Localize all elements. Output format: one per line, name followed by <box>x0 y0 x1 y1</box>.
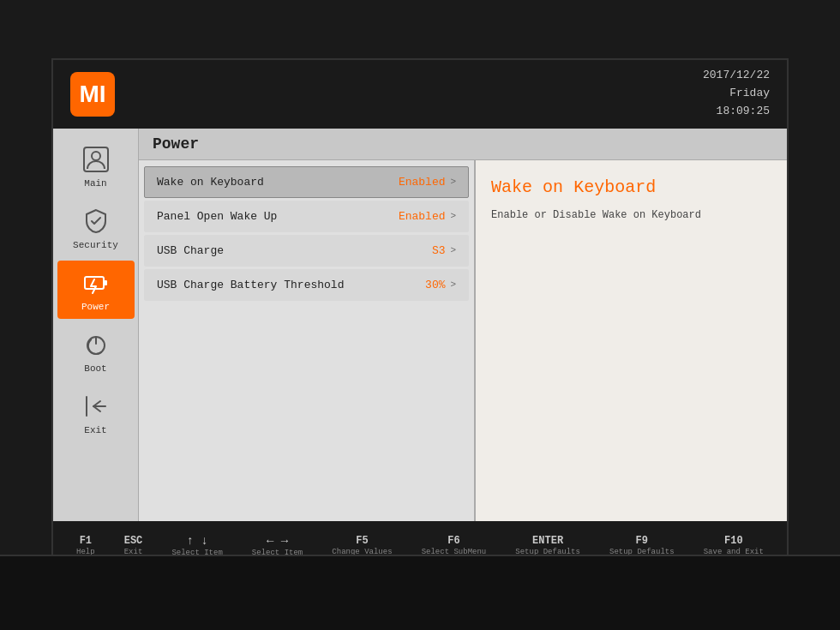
setting-panel-open-wake[interactable]: Panel Open Wake Up Enabled > <box>144 201 469 232</box>
setting-usb-battery-threshold[interactable]: USB Charge Battery Threshold 30% > <box>144 269 469 301</box>
setting-name: Wake on Keyboard <box>157 176 264 189</box>
chevron-right-icon: > <box>451 177 457 187</box>
svg-rect-3 <box>104 280 107 285</box>
chevron-right-icon: > <box>451 279 457 290</box>
setting-name: Panel Open Wake Up <box>157 210 277 223</box>
setting-name: USB Charge Battery Threshold <box>157 279 344 291</box>
value-area: Enabled > <box>399 176 456 189</box>
sidebar-power-label: Power <box>81 302 110 312</box>
sidebar-item-main[interactable]: Main <box>57 137 135 195</box>
battery-icon <box>81 267 111 298</box>
bios-screen: MI 2017/12/22 Friday 18:09:25 Main <box>51 58 789 573</box>
setting-name: USB Charge <box>157 244 224 257</box>
chevron-right-icon: > <box>451 245 457 255</box>
topbar: MI 2017/12/22 Friday 18:09:25 <box>53 60 787 129</box>
detail-description: Enable or Disable Wake on Keyboard <box>491 207 771 223</box>
datetime: 2017/12/22 Friday 18:09:25 <box>703 67 770 120</box>
value-area: Enabled > <box>399 210 456 223</box>
key-esc: ESC Exit <box>124 535 143 556</box>
sidebar-exit-label: Exit <box>84 425 106 435</box>
setting-value: Enabled <box>399 176 446 189</box>
key-f9: F9 Setup Defaults <box>609 535 675 556</box>
detail-title: Wake on Keyboard <box>491 177 771 197</box>
keyboard-area <box>0 555 840 630</box>
person-icon <box>81 144 111 175</box>
page-title: Power <box>139 129 787 160</box>
key-f10: F10 Save and Exit <box>704 535 764 556</box>
key-f6: F6 Select SubMenu <box>422 535 487 556</box>
setting-value: 30% <box>425 279 445 291</box>
main-area: Main Security <box>53 129 787 521</box>
settings-list: Wake on Keyboard Enabled > Panel Open Wa… <box>139 160 476 521</box>
mi-logo: MI <box>70 72 115 117</box>
sidebar-item-power[interactable]: Power <box>57 261 135 319</box>
key-leftright: ← → Select Item <box>252 534 303 557</box>
sidebar-boot-label: Boot <box>84 363 106 374</box>
chevron-right-icon: > <box>451 211 457 221</box>
sidebar-security-label: Security <box>73 240 118 250</box>
shield-icon <box>81 206 111 237</box>
setting-value: S3 <box>432 244 446 257</box>
sidebar-item-exit[interactable]: Exit <box>57 384 135 442</box>
exit-icon <box>81 391 111 422</box>
sidebar-item-boot[interactable]: Boot <box>57 322 135 381</box>
sidebar: Main Security <box>53 129 139 521</box>
key-f1: F1 Help <box>76 535 95 556</box>
detail-panel: Wake on Keyboard Enable or Disable Wake … <box>476 160 787 521</box>
setting-value: Enabled <box>399 210 446 223</box>
sidebar-main-label: Main <box>84 178 106 189</box>
svg-point-1 <box>92 152 100 160</box>
sidebar-item-security[interactable]: Security <box>57 199 135 257</box>
content-area: Power Wake on Keyboard Enabled > Panel O… <box>139 129 787 521</box>
key-updown: ↑ ↓ Select Item <box>171 534 222 557</box>
key-enter: ENTER Setup Defaults <box>515 535 580 556</box>
key-f5: F5 Change Values <box>332 535 392 556</box>
power-icon <box>81 329 111 360</box>
setting-usb-charge[interactable]: USB Charge S3 > <box>144 235 469 267</box>
value-area: 30% > <box>425 279 456 291</box>
setting-wake-keyboard[interactable]: Wake on Keyboard Enabled > <box>144 166 469 198</box>
content-body: Wake on Keyboard Enabled > Panel Open Wa… <box>139 160 787 521</box>
value-area: S3 > <box>432 244 456 257</box>
